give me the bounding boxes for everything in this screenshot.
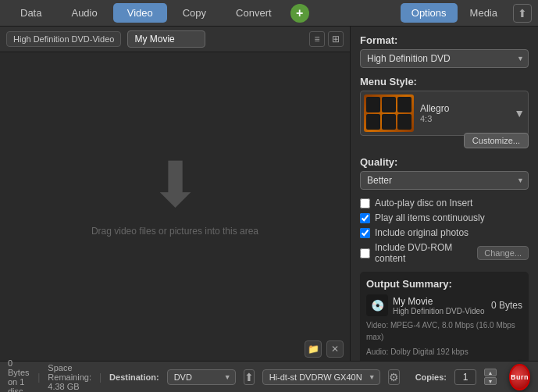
include-photos-row: Include original photos (360, 227, 529, 238)
quality-select-wrapper: Better (360, 171, 529, 190)
include-photos-label: Include original photos (375, 227, 469, 238)
destination-drive-select[interactable]: Hi-dt-st DVDRW GX40N (262, 369, 380, 385)
quality-select[interactable]: Better (360, 171, 529, 190)
tab-audio[interactable]: Audio (57, 3, 111, 23)
menu-style-info: Allegro 4:3 (420, 103, 508, 123)
right-panel: Format: High Definition DVD Menu Style: (351, 27, 538, 361)
bottom-bar: 0 Bytes on 1 disc | Space Remaining: 4.3… (0, 361, 538, 392)
destination-disc-select[interactable]: DVD Folder Disc Image (167, 369, 236, 385)
disc-eject-icon[interactable]: ⬆ (244, 369, 255, 385)
autoplay-label: Auto-play disc on Insert (375, 198, 472, 208)
project-type-label: High Definition DVD-Video (6, 31, 121, 47)
menu-style-name: Allegro (420, 103, 508, 114)
project-bar: High Definition DVD-Video ≡ ⊞ (0, 27, 350, 52)
space-remaining: Space Remaining: 4.38 GB (48, 363, 91, 391)
format-select[interactable]: High Definition DVD (360, 49, 529, 68)
copies-decrement-button[interactable]: ▼ (484, 377, 497, 385)
format-select-wrapper: High Definition DVD (360, 49, 529, 68)
destination-drive-wrapper: Hi-dt-st DVDRW GX40N (262, 369, 380, 385)
drop-arrow-icon: ⬇ (149, 154, 201, 216)
copies-increment-button[interactable]: ▲ (484, 369, 497, 376)
remove-item-button[interactable]: ✕ (326, 340, 344, 358)
drop-area[interactable]: ⬇ Drag video files or pictures into this… (0, 52, 350, 337)
destination-disc-wrapper: DVD Folder Disc Image (167, 369, 236, 385)
quality-section: Quality: Better (360, 156, 529, 190)
play-all-checkbox[interactable] (360, 213, 370, 223)
tab-copy[interactable]: Copy (169, 3, 220, 23)
menu-thumbnail (364, 94, 414, 132)
autoplay-checkbox[interactable] (360, 198, 370, 208)
summary-project-type: High Definition DVD-Video (393, 307, 486, 315)
tab-bar: Data Audio Video Copy Convert + Options … (0, 0, 538, 27)
summary-info: My Movie High Definition DVD-Video (393, 296, 486, 315)
play-all-row: Play all items continuously (360, 212, 529, 223)
drop-area-actions: 📁 ✕ (0, 337, 350, 361)
copies-value: 1 (454, 369, 476, 385)
summary-audio-detail: Audio: Dolby Digital 192 kbps (366, 346, 522, 358)
include-dvdrom-label: Include DVD-ROM content (375, 242, 472, 264)
menu-style-section: Menu Style: Allegro 4:3 ▼ (360, 76, 529, 148)
change-button[interactable]: Change... (477, 246, 529, 260)
summary-project-name: My Movie (393, 296, 486, 307)
burn-label: Burn (511, 373, 529, 381)
menu-style-row: Allegro 4:3 ▼ (360, 91, 529, 136)
main-layout: High Definition DVD-Video ≡ ⊞ ⬇ Drag vid… (0, 27, 538, 361)
tab-data[interactable]: Data (6, 3, 55, 23)
tab-video[interactable]: Video (113, 3, 167, 23)
format-section: Format: High Definition DVD (360, 34, 529, 68)
include-dvdrom-row: Include DVD-ROM content Change... (360, 242, 529, 264)
summary-video-detail: Video: MPEG-4 AVC, 8.0 Mbps (16.0 Mbps m… (366, 319, 522, 343)
customize-button[interactable]: Customize... (464, 133, 529, 148)
view-grid-icon[interactable]: ⊞ (328, 31, 344, 47)
view-list-icon[interactable]: ≡ (309, 31, 325, 47)
tab-options[interactable]: Options (401, 3, 458, 23)
summary-size: 0 Bytes (491, 300, 522, 311)
summary-row: 💿 My Movie High Definition DVD-Video 0 B… (366, 294, 522, 316)
menu-style-dropdown-icon[interactable]: ▼ (514, 107, 525, 119)
summary-disc-icon: 💿 (366, 294, 388, 316)
menu-style-label: Menu Style: (360, 76, 529, 87)
left-panel: High Definition DVD-Video ≡ ⊞ ⬇ Drag vid… (0, 27, 351, 361)
include-photos-checkbox[interactable] (360, 228, 370, 238)
play-all-label: Play all items continuously (375, 212, 485, 223)
drop-area-text: Drag video files or pictures into this a… (91, 226, 258, 237)
include-dvdrom-checkbox[interactable] (360, 248, 370, 258)
autoplay-row: Auto-play disc on Insert (360, 198, 529, 208)
copies-stepper: ▲ ▼ (484, 369, 497, 385)
burn-button[interactable]: Burn (509, 364, 530, 390)
options-checkboxes: Auto-play disc on Insert Play all items … (360, 198, 529, 264)
export-button[interactable]: ⬆ (513, 4, 532, 23)
bytes-info: 0 Bytes on 1 disc (8, 358, 30, 393)
quality-label: Quality: (360, 156, 529, 168)
add-media-button[interactable]: 📁 (305, 340, 322, 358)
menu-style-ratio: 4:3 (420, 114, 508, 123)
output-summary: Output Summary: 💿 My Movie High Definiti… (360, 272, 529, 361)
add-project-button[interactable]: + (290, 4, 309, 23)
project-name-input[interactable] (127, 30, 205, 48)
disc-settings-icon[interactable]: ⚙ (388, 369, 400, 385)
copies-label: Copies: (415, 372, 447, 382)
output-summary-header: Output Summary: (366, 278, 522, 290)
tab-convert[interactable]: Convert (222, 3, 286, 23)
destination-label: Destination: (109, 372, 159, 382)
tab-media[interactable]: Media (459, 3, 508, 23)
format-label: Format: (360, 34, 529, 46)
